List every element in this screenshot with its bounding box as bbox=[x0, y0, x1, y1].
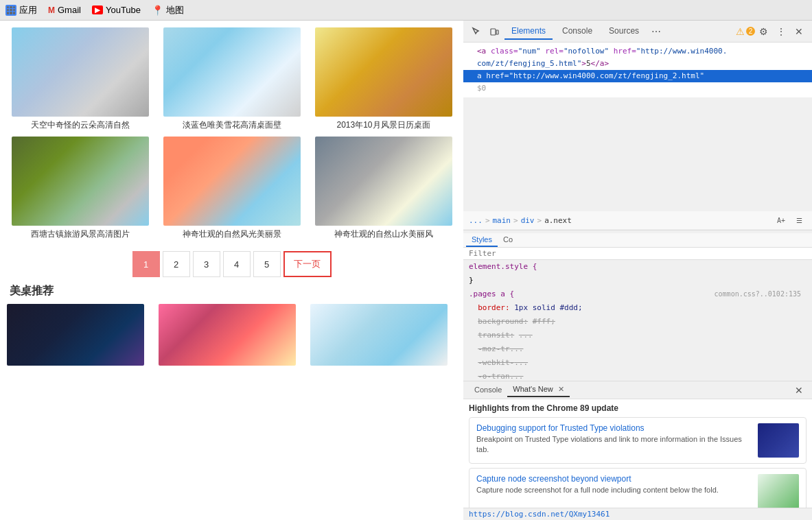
dom-nav-path: ... > main > div > a.next A+ ☰ bbox=[463, 211, 812, 230]
nav-part[interactable]: ... bbox=[469, 216, 483, 225]
html-line[interactable]: $0 bbox=[463, 82, 812, 95]
desktop-image[interactable] bbox=[7, 304, 144, 366]
maps-label: 地图 bbox=[166, 4, 184, 16]
feature-text: Capture node screenshot beyond viewport … bbox=[476, 474, 752, 508]
nav-separator: > bbox=[513, 216, 518, 225]
svg-rect-1 bbox=[496, 30, 498, 34]
tab-sources[interactable]: Sources bbox=[602, 23, 646, 40]
image-caption: 神奇壮观的自然风光美丽景 bbox=[183, 228, 281, 240]
gmail-icon: M bbox=[48, 5, 55, 15]
image-thumbnail[interactable] bbox=[315, 27, 452, 117]
image-grid: 天空中奇怪的云朵高清自然 淡蓝色唯美雪花高清桌面壁 2013年10月风景日历桌面… bbox=[7, 27, 456, 240]
web-content: 天空中奇怪的云朵高清自然 淡蓝色唯美雪花高清桌面壁 2013年10月风景日历桌面… bbox=[0, 21, 463, 520]
css-property-line: -moz-tr... bbox=[463, 342, 812, 356]
list-item: 淡蓝色唯美雪花高清桌面壁 bbox=[159, 27, 305, 131]
close-tab-icon[interactable]: ✕ bbox=[558, 385, 564, 393]
whats-new-title: Highlights from the Chrome 89 update bbox=[469, 403, 807, 413]
image-caption: 2013年10月风景日历桌面 bbox=[336, 119, 430, 131]
bottom-panel: Console What's New ✕ ✕ Highlights from t… bbox=[463, 381, 812, 508]
image-caption: 淡蓝色唯美雪花高清桌面壁 bbox=[183, 119, 281, 131]
more-tabs-icon[interactable]: ⋯ bbox=[649, 24, 664, 39]
feature-image bbox=[758, 474, 799, 508]
gmail-link[interactable]: M Gmail bbox=[48, 5, 81, 15]
page-5-button[interactable]: 5 bbox=[253, 251, 281, 277]
main-layout: 天空中奇怪的云朵高清自然 淡蓝色唯美雪花高清桌面壁 2013年10月风景日历桌面… bbox=[0, 21, 812, 520]
apps-label: 应用 bbox=[19, 4, 37, 16]
page-1-button[interactable]: 1 bbox=[132, 251, 160, 277]
list-item: 神奇壮观的自然山水美丽风 bbox=[310, 137, 456, 240]
warning-badge: 2 bbox=[746, 27, 756, 36]
tab-elements[interactable]: Elements bbox=[504, 23, 553, 40]
image-thumbnail[interactable] bbox=[163, 27, 301, 117]
nav-part[interactable]: main bbox=[493, 216, 511, 225]
styles-tab[interactable]: Styles bbox=[466, 233, 498, 247]
css-panel-tabs: Styles Co bbox=[463, 233, 812, 248]
next-page-button[interactable]: 下一页 bbox=[283, 251, 332, 277]
computed-tab[interactable]: Co bbox=[498, 233, 518, 247]
page-3-button[interactable]: 3 bbox=[193, 251, 220, 277]
status-url[interactable]: https://blog.csdn.net/QXmy13461 bbox=[469, 510, 610, 519]
pagination: 1 2 3 4 5 下一页 bbox=[7, 251, 456, 277]
settings-icon[interactable]: ⚙ bbox=[756, 24, 771, 39]
image-caption: 天空中奇怪的云朵高清自然 bbox=[31, 119, 130, 131]
html-line[interactable]: com/zt/fengjing_5.html">5</a> bbox=[463, 58, 812, 70]
feature-card-trusted-types[interactable]: Debugging support for Trusted Type viola… bbox=[469, 417, 807, 464]
apps-icon bbox=[5, 5, 16, 16]
css-property-line: -webkit-... bbox=[463, 356, 812, 370]
close-bottom-panel-icon[interactable]: ✕ bbox=[791, 383, 807, 398]
feature-image bbox=[758, 423, 799, 458]
filter-styles-icon[interactable]: ☰ bbox=[791, 213, 807, 228]
css-property-line: background: #fff; bbox=[463, 315, 812, 329]
html-panel: <a class="num" rel="nofollow" href="http… bbox=[463, 43, 812, 211]
css-property-line: transit: ... bbox=[463, 329, 812, 342]
feature-desc: Capture node screenshot for a full node … bbox=[476, 485, 752, 495]
image-caption: 西塘古镇旅游风景高清图片 bbox=[31, 228, 130, 240]
feature-title: Debugging support for Trusted Type viola… bbox=[476, 423, 752, 433]
image-thumbnail[interactable] bbox=[12, 27, 149, 117]
feature-text: Debugging support for Trusted Type viola… bbox=[476, 423, 752, 458]
youtube-link[interactable]: ▶ YouTube bbox=[92, 5, 141, 15]
youtube-label: YouTube bbox=[106, 5, 141, 15]
feature-title: Capture node screenshot beyond viewport bbox=[476, 474, 752, 484]
image-caption: 神奇壮观的自然山水美丽风 bbox=[334, 228, 433, 240]
nav-separator: > bbox=[485, 216, 490, 225]
css-selector: element.style { bbox=[469, 262, 537, 271]
bottom-content: Highlights from the Chrome 89 update Deb… bbox=[463, 399, 812, 508]
element-picker-icon[interactable] bbox=[469, 24, 484, 39]
list-item: 神奇壮观的自然风光美丽景 bbox=[159, 137, 305, 240]
gmail-label: Gmail bbox=[58, 5, 81, 15]
html-line-selected[interactable]: a href="http://www.win4000.com/zt/fengji… bbox=[463, 70, 812, 82]
tab-whats-new[interactable]: What's New ✕ bbox=[507, 383, 569, 397]
tab-console-bottom[interactable]: Console bbox=[469, 383, 507, 397]
youtube-icon: ▶ bbox=[92, 5, 103, 14]
image-thumbnail[interactable] bbox=[12, 137, 149, 226]
image-thumbnail[interactable] bbox=[315, 137, 452, 226]
close-devtools-icon[interactable]: ✕ bbox=[791, 24, 807, 39]
increase-font-icon[interactable]: A+ bbox=[774, 213, 789, 228]
apps-button[interactable]: 应用 bbox=[5, 4, 37, 16]
devtools-panel: Elements Console Sources ⋯ ⚠ 2 ⚙ ⋮ ✕ <a … bbox=[463, 21, 812, 520]
warning-icon[interactable]: ⚠ 2 bbox=[738, 24, 753, 39]
page-2-button[interactable]: 2 bbox=[163, 251, 190, 277]
css-rule: element.style { bbox=[463, 260, 812, 274]
image-thumbnail[interactable] bbox=[163, 137, 301, 226]
nav-separator: > bbox=[537, 216, 542, 225]
status-bar: https://blog.csdn.net/QXmy13461 bbox=[463, 508, 812, 520]
nav-part-current[interactable]: a.next bbox=[544, 216, 572, 225]
device-mode-icon[interactable] bbox=[487, 24, 502, 39]
tab-console[interactable]: Console bbox=[555, 23, 599, 40]
desktop-image[interactable] bbox=[310, 304, 448, 366]
feature-card-screenshot[interactable]: Capture node screenshot beyond viewport … bbox=[469, 468, 807, 508]
devtools-topbar: Elements Console Sources ⋯ ⚠ 2 ⚙ ⋮ ✕ bbox=[463, 21, 812, 43]
nav-part[interactable]: div bbox=[521, 216, 535, 225]
more-options-icon[interactable]: ⋮ bbox=[774, 24, 789, 39]
css-property-line: -o-tran... bbox=[463, 370, 812, 381]
desktop-grid bbox=[7, 304, 456, 366]
bottom-tabs: Console What's New ✕ ✕ bbox=[463, 381, 812, 399]
desktop-image[interactable] bbox=[159, 304, 296, 366]
html-line[interactable]: <a class="num" rel="nofollow" href="http… bbox=[463, 45, 812, 58]
css-filter-input[interactable] bbox=[463, 248, 812, 260]
page-4-button[interactable]: 4 bbox=[223, 251, 251, 277]
maps-link[interactable]: 📍 地图 bbox=[152, 4, 184, 16]
svg-rect-0 bbox=[491, 29, 496, 35]
